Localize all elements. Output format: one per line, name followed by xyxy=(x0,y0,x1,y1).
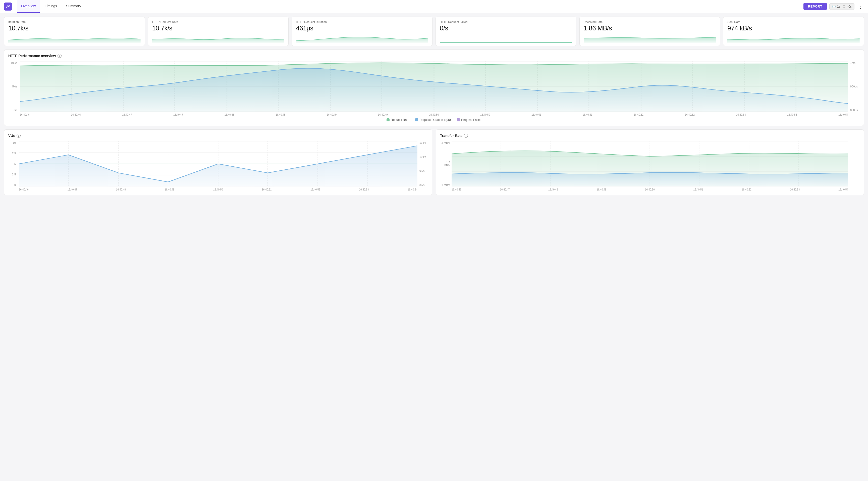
transfer-rate-chart-area: 16:40:46 16:40:47 16:40:48 16:40:49 16:4… xyxy=(452,141,848,191)
card-label-http-request-failed: HTTP Request Failed xyxy=(440,20,572,23)
x-label-15: 16:40:53 xyxy=(787,113,797,116)
vus-chart-container: 10 7.5 5 2.5 0 11k/s 10k/s 9k/s 8k/s xyxy=(8,141,428,191)
y-right-1ms: 1ms xyxy=(850,61,860,64)
tr-x-2: 16:40:48 xyxy=(548,188,558,191)
legend-request-duration: Request Duration p(95) xyxy=(415,118,451,122)
metrics-row: Iteration Rate 10.7k/s HTTP Request Rate… xyxy=(4,17,864,46)
tr-x-6: 16:40:52 xyxy=(742,188,751,191)
vus-title-text: VUs xyxy=(8,134,15,138)
tr-x-8: 16:40:54 xyxy=(838,188,848,191)
vus-info-icon[interactable]: i xyxy=(17,134,21,138)
http-perf-svg xyxy=(20,61,848,112)
x-label-9: 16:40:50 xyxy=(480,113,490,116)
x-label-8: 16:40:50 xyxy=(429,113,439,116)
main-content: Iteration Rate 10.7k/s HTTP Request Rate… xyxy=(0,13,868,202)
transfer-rate-chart-container: 2 MB/s 1.5 MB/s 1 MB/s xyxy=(440,141,860,191)
vus-y-10: 10 xyxy=(8,141,16,144)
legend-request-failed: Request Failed xyxy=(457,118,482,122)
vus-x-7: 16:40:53 xyxy=(359,188,369,191)
vus-x-4: 16:40:50 xyxy=(213,188,223,191)
card-iteration-rate: Iteration Rate 10.7k/s xyxy=(4,17,145,46)
x-label-2: 16:40:47 xyxy=(122,113,132,116)
card-value-received-rate: 1.86 MB/s xyxy=(584,24,716,32)
http-perf-info-icon[interactable]: i xyxy=(58,54,62,58)
y-right-900: 900μs xyxy=(850,85,860,88)
card-http-request-failed: HTTP Request Failed 0/s xyxy=(435,17,577,46)
card-label-sent-rate: Sent Rate xyxy=(727,20,860,23)
y-right-800: 800μs xyxy=(850,109,860,112)
vus-svg xyxy=(19,141,417,186)
report-button[interactable]: REPORT xyxy=(803,3,827,10)
http-performance-chart: 10k/s 5k/s 0/s 1ms 900μs 800μs xyxy=(8,61,860,116)
nav-right: REPORT 🕐 1s ⏱ 40s ⋮ xyxy=(803,3,864,10)
vus-x-axis: 16:40:46 16:40:47 16:40:48 16:40:49 16:4… xyxy=(19,187,417,191)
more-options-button[interactable]: ⋮ xyxy=(857,3,864,9)
x-label-10: 16:40:51 xyxy=(531,113,541,116)
x-label-0: 16:40:46 xyxy=(20,113,30,116)
tr-y-1mb: 1 MB/s xyxy=(440,183,450,186)
vus-y-2.5: 2.5 xyxy=(8,173,16,176)
x-label-5: 16:40:48 xyxy=(276,113,285,116)
vus-title: VUs i xyxy=(8,134,428,138)
vus-x-0: 16:40:46 xyxy=(19,188,29,191)
transfer-rate-title-text: Transfer Rate xyxy=(440,134,462,138)
tr-y-2mb: 2 MB/s xyxy=(440,141,450,144)
http-performance-title: HTTP Performance overview i xyxy=(8,54,860,58)
card-label-received-rate: Received Rate xyxy=(584,20,716,23)
legend-label-request-rate: Request Rate xyxy=(391,118,409,122)
vus-y-0: 0 xyxy=(8,183,16,186)
x-label-16: 16:40:54 xyxy=(838,113,848,116)
vus-x-5: 16:40:51 xyxy=(262,188,272,191)
x-label-13: 16:40:52 xyxy=(685,113,695,116)
vus-x-3: 16:40:49 xyxy=(165,188,175,191)
tab-overview[interactable]: Overview xyxy=(17,0,40,13)
vus-yr-9k: 9k/s xyxy=(420,170,428,172)
sparkline-http-request-failed xyxy=(440,34,572,43)
card-value-iteration-rate: 10.7k/s xyxy=(8,24,141,32)
http-perf-chart-area: 16:40:46 16:40:46 16:40:47 16:40:47 16:4… xyxy=(20,61,848,116)
legend-request-rate: Request Rate xyxy=(386,118,409,122)
y-label-5k: 5k/s xyxy=(8,85,17,88)
legend-label-request-failed: Request Failed xyxy=(461,118,482,122)
navbar: Overview Timings Summary REPORT 🕐 1s ⏱ 4… xyxy=(0,0,868,13)
legend-label-request-duration: Request Duration p(95) xyxy=(420,118,451,122)
card-received-rate: Received Rate 1.86 MB/s xyxy=(580,17,720,46)
clock-icon: 🕐 xyxy=(832,5,836,8)
transfer-rate-svg xyxy=(452,141,848,186)
y-label-0: 0/s xyxy=(8,109,17,112)
sparkline-received-rate xyxy=(584,34,716,43)
vus-y-7.5: 7.5 xyxy=(8,152,16,155)
tr-x-1: 16:40:47 xyxy=(500,188,510,191)
x-axis-http-perf: 16:40:46 16:40:46 16:40:47 16:40:47 16:4… xyxy=(20,112,848,116)
http-performance-panel: HTTP Performance overview i 10k/s 5k/s 0… xyxy=(4,50,864,126)
card-label-http-request-duration: HTTP Request Duration xyxy=(296,20,428,23)
vus-x-8: 16:40:54 xyxy=(408,188,417,191)
tr-y-1.5mb: 1.5 MB/s xyxy=(440,161,450,167)
transfer-rate-info-icon[interactable]: i xyxy=(464,134,468,138)
tr-x-4: 16:40:50 xyxy=(645,188,655,191)
vus-x-6: 16:40:52 xyxy=(310,188,320,191)
x-label-3: 16:40:47 xyxy=(173,113,183,116)
vus-yr-8k: 8k/s xyxy=(420,183,428,186)
vus-yr-10k: 10k/s xyxy=(420,155,428,158)
vus-chart-area: 16:40:46 16:40:47 16:40:48 16:40:49 16:4… xyxy=(19,141,417,191)
x-label-11: 16:40:51 xyxy=(583,113,592,116)
vus-y-5: 5 xyxy=(8,162,16,166)
time-elapsed-value: 40s xyxy=(847,5,852,8)
tab-summary[interactable]: Summary xyxy=(62,0,85,13)
legend-box-request-failed xyxy=(457,118,460,121)
timer-icon: ⏱ xyxy=(843,5,846,8)
x-label-4: 16:40:48 xyxy=(224,113,234,116)
card-value-http-request-rate: 10.7k/s xyxy=(152,24,285,32)
vus-x-1: 16:40:47 xyxy=(68,188,78,191)
y-label-10k: 10k/s xyxy=(8,61,17,64)
tr-x-7: 16:40:53 xyxy=(790,188,800,191)
legend-box-request-rate xyxy=(386,118,390,121)
tr-x-axis: 16:40:46 16:40:47 16:40:48 16:40:49 16:4… xyxy=(452,187,848,191)
card-value-http-request-failed: 0/s xyxy=(440,24,572,32)
vus-panel: VUs i 10 7.5 5 2.5 0 11k/s 10k/s 9k/s 8k… xyxy=(4,129,432,195)
tab-timings[interactable]: Timings xyxy=(41,0,61,13)
card-value-http-request-duration: 461μs xyxy=(296,24,428,32)
bottom-row: VUs i 10 7.5 5 2.5 0 11k/s 10k/s 9k/s 8k… xyxy=(4,129,864,199)
card-http-request-duration: HTTP Request Duration 461μs xyxy=(291,17,433,46)
